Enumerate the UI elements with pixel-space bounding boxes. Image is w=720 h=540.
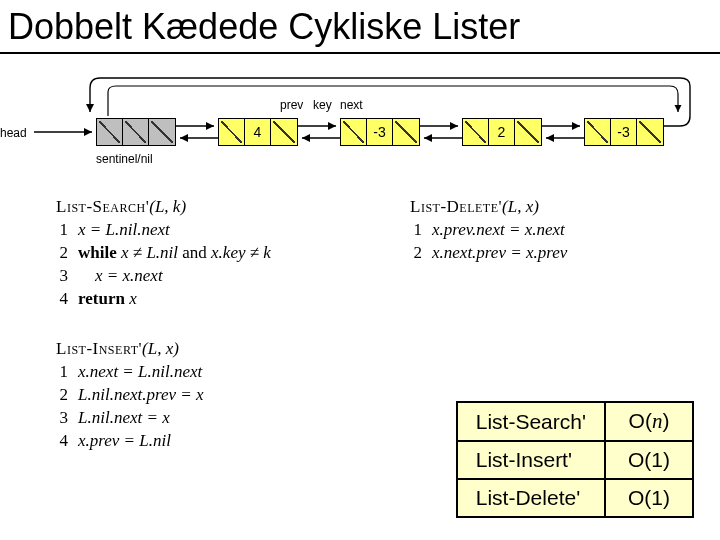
table-row: List-Insert' O(1) [457,441,693,479]
line-num: 4 [56,288,78,311]
code-line: x.prev = L.nil [78,430,171,453]
algo-name: List-Search' [56,197,149,216]
list-node: -3 [340,118,420,146]
line-num: 3 [56,265,78,288]
list-node: 4 [218,118,298,146]
op-cell: List-Search' [457,402,605,441]
list-node: -3 [584,118,664,146]
algo-list-delete: List-Delete'(L, x) 1x.prev.next = x.next… [410,196,567,265]
op-cell: List-Insert' [457,441,605,479]
code-line: L.nil.next.prev = x [78,384,204,407]
node-key: 2 [489,119,515,145]
line-num: 1 [56,361,78,384]
code-line: x.prev.next = x.next [432,219,565,242]
algo-name: List-Delete' [410,197,502,216]
code-line: L.nil.next = x [78,407,170,430]
code-line: x.next.prev = x.prev [432,242,567,265]
page-title: Dobbelt Kædede Cykliske Lister [0,0,720,54]
bigo-cell: O(n) [605,402,693,441]
line-num: 3 [56,407,78,430]
prev-label: prev [280,98,303,112]
table-row: List-Search' O(n) [457,402,693,441]
code-line: while x ≠ L.nil and x.key ≠ k [78,242,271,265]
code-line: x = L.nil.next [78,219,170,242]
bigo-cell: O(1) [605,441,693,479]
code-line: x = x.next [78,265,163,288]
head-label: head [0,126,27,140]
linked-list-diagram: head sentinel/nil prev key next 4 -3 2 -… [0,72,720,192]
key-label: key [313,98,332,112]
complexity-table: List-Search' O(n) List-Insert' O(1) List… [456,401,694,518]
node-key: -3 [611,119,637,145]
list-node: 2 [462,118,542,146]
line-num: 4 [56,430,78,453]
sentinel-label: sentinel/nil [96,152,153,166]
line-num: 1 [56,219,78,242]
algo-args: (L, x) [502,197,539,216]
algo-list-insert: List-Insert'(L, x) 1x.next = L.nil.next … [56,338,204,453]
line-num: 2 [56,242,78,265]
code-line: return x [78,288,137,311]
op-cell: List-Delete' [457,479,605,517]
algo-list-search: List-Search'(L, k) 1x = L.nil.next 2whil… [56,196,271,311]
sentinel-node [96,118,176,146]
next-label: next [340,98,363,112]
line-num: 1 [410,219,432,242]
line-num: 2 [410,242,432,265]
algo-args: (L, k) [149,197,186,216]
algo-args: (L, x) [142,339,179,358]
line-num: 2 [56,384,78,407]
algo-name: List-Insert' [56,339,142,358]
node-key: -3 [367,119,393,145]
bigo-cell: O(1) [605,479,693,517]
code-line: x.next = L.nil.next [78,361,202,384]
node-key: 4 [245,119,271,145]
table-row: List-Delete' O(1) [457,479,693,517]
